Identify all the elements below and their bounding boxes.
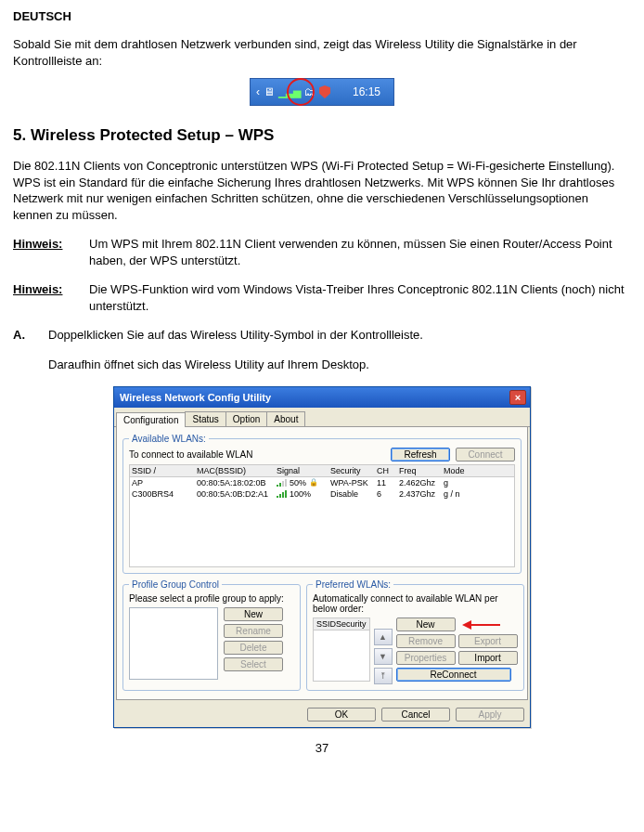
- pref-new-button[interactable]: New: [396, 618, 456, 631]
- callout-arrow: [457, 620, 500, 630]
- cell-ssid: C300BRS4: [132, 489, 197, 499]
- apply-button[interactable]: Apply: [456, 708, 524, 722]
- cell-mode: g: [444, 478, 473, 488]
- tab-option[interactable]: Option: [225, 411, 267, 426]
- pref-remove-button[interactable]: Remove: [396, 634, 456, 648]
- preferred-wlans: Preferred WLANs: Automatically connect t…: [306, 579, 524, 691]
- available-wlans-group: Available WLANs: To connect to available…: [122, 434, 522, 574]
- cell-security: Disable: [330, 489, 377, 499]
- cell-signal: 50% 🔒: [277, 478, 330, 488]
- move-up-button[interactable]: ▲: [374, 629, 393, 645]
- titlebar: Wireless Network Config Utility ×: [114, 387, 530, 408]
- tab-about[interactable]: About: [266, 411, 305, 426]
- signal-bars-icon: [277, 490, 287, 498]
- col-freq[interactable]: Freq: [399, 466, 444, 475]
- cell-signal: 100%: [277, 489, 330, 499]
- table-row[interactable]: C300BRS4 00:80:5A:0B:D2:A1 100% Disable …: [130, 488, 514, 500]
- step-a-text: Doppelklicken Sie auf das Wireless Utili…: [48, 327, 631, 344]
- dialog-title: Wireless Network Config Utility: [120, 392, 271, 403]
- config-utility-dialog: Wireless Network Config Utility × Config…: [113, 386, 531, 728]
- available-wlans-legend: Available WLANs:: [129, 434, 209, 444]
- preferred-wlans-legend: Preferred WLANs:: [313, 579, 393, 590]
- note-1: Hinweis: Um WPS mit Ihrem 802.11N Client…: [13, 236, 631, 268]
- pref-col-security[interactable]: Security: [336, 619, 367, 629]
- connect-button[interactable]: Connect: [456, 448, 515, 462]
- col-security[interactable]: Security: [330, 466, 377, 475]
- cancel-button[interactable]: Cancel: [381, 708, 450, 722]
- move-down-button[interactable]: ▼: [374, 648, 393, 665]
- pg-delete-button[interactable]: Delete: [224, 641, 283, 655]
- note-label: Hinweis:: [13, 236, 72, 268]
- shield-icon: [319, 85, 330, 98]
- cell-freq: 2.462Ghz: [399, 478, 444, 488]
- cell-ssid: AP: [132, 478, 197, 488]
- cell-mac: 00:80:5A:0B:D2:A1: [197, 489, 277, 499]
- tabs: Configuration Status Option About: [114, 408, 530, 427]
- pg-new-button[interactable]: New: [224, 607, 283, 621]
- tab-configuration[interactable]: Configuration: [116, 412, 186, 427]
- cell-freq: 2.437Ghz: [399, 489, 444, 499]
- col-ch[interactable]: CH: [377, 466, 399, 475]
- cell-security: WPA-PSK: [330, 478, 377, 488]
- note-2-text: Die WPS-Funktion wird vom Windows Vista-…: [89, 281, 631, 314]
- profile-group-list[interactable]: [129, 607, 218, 680]
- cell-mode: g / n: [444, 489, 473, 499]
- wlan-list-header: SSID / MAC(BSSID) Signal Security CH Fre…: [129, 464, 515, 477]
- language-header: DEUTSCH: [13, 9, 631, 23]
- cell-mac: 00:80:5A:18:02:0B: [197, 478, 277, 488]
- col-signal[interactable]: Signal: [277, 466, 330, 475]
- monitor-icon: 🖥: [264, 85, 275, 98]
- table-row[interactable]: AP 00:80:5A:18:02:0B 50% 🔒 WPA-PSK 11 2.…: [130, 477, 514, 488]
- profile-group-legend: Profile Group Control: [129, 579, 222, 590]
- cell-ch: 6: [377, 489, 399, 499]
- step-a-result: Daraufhin öffnet sich das Wireless Utili…: [48, 357, 631, 373]
- profile-group-control: Profile Group Control Please select a pr…: [122, 579, 301, 691]
- tray-bar: ‹ 🖥 ▁▃▅ 🗂 16:15: [250, 78, 394, 106]
- col-ssid[interactable]: SSID /: [132, 466, 197, 475]
- close-icon[interactable]: ×: [509, 390, 526, 405]
- page-number: 37: [13, 741, 631, 755]
- pg-rename-button[interactable]: Rename: [224, 624, 283, 638]
- tab-status[interactable]: Status: [185, 411, 225, 426]
- pref-properties-button[interactable]: Properties: [396, 651, 456, 665]
- refresh-button[interactable]: Refresh: [391, 448, 450, 462]
- section-heading: 5. Wireless Protected Setup – WPS: [13, 126, 631, 145]
- callout-circle: [287, 78, 315, 106]
- intro-paragraph: Sobald Sie mit dem drahtlosen Netzwerk v…: [13, 36, 631, 69]
- preferred-list[interactable]: [313, 630, 370, 682]
- pref-col-ssid[interactable]: SSID: [316, 619, 336, 629]
- ok-button[interactable]: OK: [307, 708, 376, 722]
- note-2: Hinweis: Die WPS-Funktion wird vom Windo…: [13, 281, 631, 314]
- note-label: Hinweis:: [13, 281, 72, 314]
- col-mac[interactable]: MAC(BSSID): [197, 466, 277, 475]
- tray-figure: ‹ 🖥 ▁▃▅ 🗂 16:15: [13, 78, 631, 106]
- note-1-text: Um WPS mit Ihrem 802.11N Client verwende…: [89, 236, 631, 268]
- pg-select-button[interactable]: Select: [224, 657, 283, 671]
- pref-reconnect-button[interactable]: ReConnect: [396, 668, 511, 682]
- chevron-left-icon: ‹: [256, 85, 260, 98]
- pref-import-button[interactable]: Import: [458, 651, 518, 665]
- signal-bars-icon: [277, 479, 287, 487]
- available-wlans-text: To connect to available WLAN: [129, 449, 252, 460]
- step-a: A. Doppelklicken Sie auf das Wireless Ut…: [13, 327, 631, 344]
- col-mode[interactable]: Mode: [444, 466, 473, 475]
- wlan-list[interactable]: AP 00:80:5A:18:02:0B 50% 🔒 WPA-PSK 11 2.…: [129, 477, 515, 567]
- wps-intro-paragraph: Die 802.11N Clients von Conceptronic unt…: [13, 158, 631, 223]
- preferred-wlans-text: Automatically connect to available WLAN …: [313, 593, 518, 614]
- preferred-list-header: SSID Security: [313, 618, 370, 630]
- tray-clock: 16:15: [345, 85, 388, 98]
- step-a-label: A.: [13, 327, 32, 344]
- profile-group-text: Please select a profile group to apply:: [129, 593, 294, 604]
- move-remove-button[interactable]: ⤒: [374, 668, 393, 684]
- lock-icon: 🔒: [309, 478, 318, 487]
- cell-ch: 11: [377, 478, 399, 488]
- pref-export-button[interactable]: Export: [458, 634, 518, 648]
